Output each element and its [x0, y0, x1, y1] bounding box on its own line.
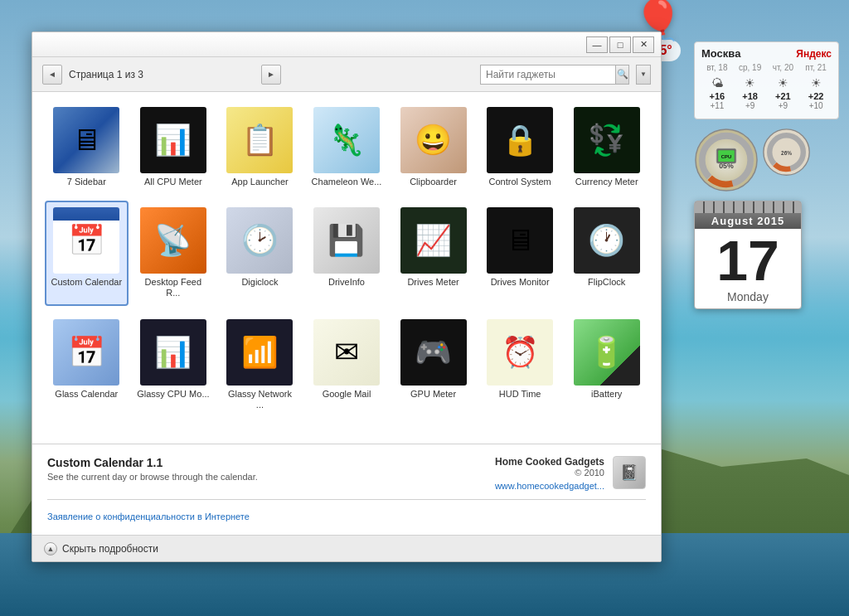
gadget-icon-driveinfo: 💾 [313, 207, 380, 274]
gadget-item-flipclock[interactable]: 🕐FlipClock [565, 201, 648, 305]
next-page-button[interactable]: ► [261, 65, 281, 85]
gadget-label-flipclock: FlipClock [588, 277, 625, 288]
company-name: Home Cooked Gadgets [495, 456, 604, 468]
detail-right: Home Cooked Gadgets © 2010 www.homecooke… [495, 456, 646, 492]
gadget-item-allcpu[interactable]: 📊All CPU Meter [132, 100, 216, 194]
detail-left: Custom Calendar 1.1 See the current day … [47, 456, 258, 482]
separator [47, 499, 646, 500]
gadget-icon-flipclock: 🕐 [574, 207, 640, 274]
weather-days: 🌤+16+11☀+18+9☀+21+9☀+22+10 [701, 75, 832, 110]
gadget-item-ibattery[interactable]: 🔋iBattery [565, 313, 648, 417]
gadget-item-glassy-cpu[interactable]: 📊Glassy CPU Mo... [132, 313, 216, 417]
gadget-item-applauncher[interactable]: 📋App Launcher [218, 100, 302, 194]
search-dropdown-button[interactable]: ▼ [636, 65, 651, 85]
gadget-icon-drives-monitor: 🖥 [487, 207, 553, 274]
gadget-item-currency[interactable]: 💱Currency Meter [565, 100, 648, 194]
gadget-icon-glassy-net: 📶 [226, 319, 293, 386]
title-bar: — □ ✕ [32, 32, 661, 57]
gadget-item-drives-monitor[interactable]: 🖥Drives Monitor [478, 201, 562, 305]
svg-text:26%: 26% [781, 150, 792, 156]
gadget-label-applauncher: App Launcher [231, 177, 289, 187]
search-button[interactable]: 🔍 [615, 65, 628, 84]
maximize-button[interactable]: □ [609, 36, 631, 53]
right-panel: Москва Яндекс вт, 18ср, 19чт, 20пт, 21 🌤… [694, 41, 839, 309]
gadget-item-chameleon[interactable]: 🦎Chameleon We... [305, 100, 389, 194]
gadget-label-glass-cal: Glass Calendar [55, 389, 118, 400]
gadget-icon-7sidebar: 🖥 [53, 107, 119, 173]
company-info: Home Cooked Gadgets © 2010 www.homecooke… [495, 456, 604, 492]
gadget-item-hud[interactable]: ⏰HUD Time [478, 313, 562, 417]
gadget-description: See the current day or browse through th… [47, 472, 258, 482]
gadget-label-drives-meter: Drives Meter [407, 277, 458, 288]
gadget-item-control[interactable]: 🔒Control System [478, 100, 562, 194]
weather-day-label-0: вт, 18 [701, 63, 733, 72]
gadget-label-gpu-meter: GPU Meter [410, 389, 456, 400]
gadget-label-ibattery: iBattery [591, 389, 622, 400]
gadget-item-google-mail[interactable]: ✉Google Mail [305, 313, 389, 417]
gadget-label-control: Control System [489, 177, 551, 187]
gadget-label-glassy-net: Glassy Network ... [223, 389, 297, 410]
calendar-day: Monday [695, 289, 801, 308]
close-button[interactable]: ✕ [633, 36, 654, 53]
search-container: 🔍 [480, 65, 629, 85]
gadget-icon-allcpu: 📊 [140, 107, 206, 173]
gadget-label-driveinfo: DriveInfo [328, 277, 365, 288]
gadget-label-google-mail: Google Mail [323, 389, 371, 400]
weather-day-1: ☀+18+9 [735, 75, 766, 110]
gadget-label-drives-monitor: Drives Monitor [491, 277, 550, 288]
calendar-date: 17 [695, 229, 801, 289]
gadget-label-allcpu: All CPU Meter [144, 177, 202, 187]
gadget-title: Custom Calendar 1.1 [47, 456, 258, 469]
gadget-label-currency: Currency Meter [575, 177, 638, 187]
gadget-item-custom-cal[interactable]: 📅Custom Calendar [45, 201, 129, 305]
yandex-logo: Яндекс [796, 48, 832, 60]
gadget-icon-chameleon: 🦎 [313, 107, 380, 173]
speedometer-widget: 05% CPU 26% [694, 128, 839, 192]
gadget-item-driveinfo[interactable]: 💾DriveInfo [305, 201, 389, 305]
gadget-icon-google-mail: ✉ [313, 319, 380, 386]
prev-page-button[interactable]: ◄ [42, 65, 62, 85]
gadget-item-desktop-feed[interactable]: 📡Desktop Feed R... [132, 201, 216, 305]
weather-day-label-1: ср, 19 [735, 63, 766, 72]
weather-day-3: ☀+22+10 [800, 75, 832, 110]
gadget-icon-digiclock: 🕑 [226, 207, 293, 274]
gadget-icon-glassy-cpu: 📊 [140, 319, 206, 386]
gadget-label-7sidebar: 7 Sidebar [67, 177, 106, 187]
copyright: © 2010 [495, 468, 604, 478]
gadget-icon-glass-cal: 📅 [53, 319, 119, 386]
collapse-label: Скрыть подробности [62, 543, 158, 555]
calendar-widget: August 2015 17 Monday [694, 201, 802, 309]
gadget-item-glass-cal[interactable]: 📅Glass Calendar [45, 313, 129, 417]
window-controls: — □ ✕ [586, 36, 654, 53]
gadget-item-drives-meter[interactable]: 📈Drives Meter [391, 201, 475, 305]
detail-panel: Custom Calendar 1.1 See the current day … [32, 444, 661, 535]
gadget-label-hud: HUD Time [499, 389, 541, 400]
gadget-grid: 🖥7 Sidebar📊All CPU Meter📋App Launcher🦎Ch… [32, 92, 661, 444]
collapse-bar[interactable]: ▲ Скрыть подробности [32, 535, 661, 561]
cpu-gauge: 05% CPU [694, 128, 759, 192]
gadget-label-clipboarder: Clipboarder [410, 177, 457, 187]
weather-widget: Москва Яндекс вт, 18ср, 19чт, 20пт, 21 🌤… [694, 41, 839, 119]
minimize-button[interactable]: — [586, 36, 608, 53]
weather-day-label-2: чт, 20 [768, 63, 799, 72]
detail-top: Custom Calendar 1.1 See the current day … [47, 456, 646, 492]
privacy-link[interactable]: Заявление о конфиденциальности в Интерне… [47, 512, 250, 521]
weather-dates: вт, 18ср, 19чт, 20пт, 21 [701, 63, 832, 72]
gadget-item-7sidebar[interactable]: 🖥7 Sidebar [45, 100, 129, 194]
weather-day-0: 🌤+16+11 [701, 75, 733, 110]
weather-day-2: ☀+21+9 [768, 75, 799, 110]
calendar-binding [695, 201, 801, 213]
gadget-label-digiclock: Digiclock [241, 277, 278, 288]
gadget-item-glassy-net[interactable]: 📶Glassy Network ... [218, 313, 302, 417]
gadget-item-gpu-meter[interactable]: 🎮GPU Meter [391, 313, 475, 417]
website-link[interactable]: www.homecookedgadget... [495, 481, 604, 491]
weather-day-label-3: пт, 21 [800, 63, 832, 72]
page-info: Страница 1 из 3 [69, 69, 255, 80]
weather-city: Москва [701, 47, 740, 60]
gadget-icon-custom-cal: 📅 [53, 207, 119, 274]
search-input[interactable] [481, 65, 615, 84]
gadget-item-clipboarder[interactable]: 😀Clipboarder [391, 100, 475, 194]
gadget-label-glassy-cpu: Glassy CPU Mo... [137, 389, 209, 400]
gadgets-window: — □ ✕ ◄ Страница 1 из 3 ► 🔍 ▼ 🖥7 Sidebar… [32, 32, 662, 562]
gadget-item-digiclock[interactable]: 🕑Digiclock [218, 201, 302, 305]
